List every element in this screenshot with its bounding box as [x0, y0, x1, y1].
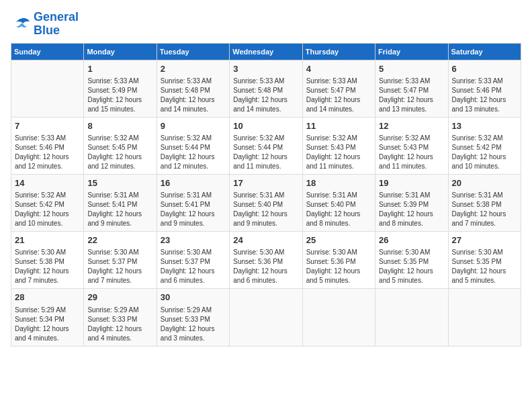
calendar-cell: 16Sunrise: 5:31 AM Sunset: 5:41 PM Dayli… [157, 174, 229, 231]
day-info: Sunrise: 5:30 AM Sunset: 5:35 PM Dayligh… [379, 248, 444, 285]
day-number: 18 [306, 177, 371, 189]
calendar-cell: 22Sunrise: 5:30 AM Sunset: 5:37 PM Dayli… [84, 232, 157, 289]
calendar-cell: 28Sunrise: 5:29 AM Sunset: 5:34 PM Dayli… [11, 289, 84, 346]
day-number: 4 [306, 63, 371, 75]
day-number: 28 [15, 291, 80, 304]
calendar-cell: 25Sunrise: 5:30 AM Sunset: 5:36 PM Dayli… [302, 232, 375, 289]
calendar-cell: 3Sunrise: 5:33 AM Sunset: 5:48 PM Daylig… [230, 60, 302, 117]
day-number: 13 [452, 120, 517, 132]
calendar-cell: 1Sunrise: 5:33 AM Sunset: 5:49 PM Daylig… [84, 60, 157, 117]
day-header-wednesday: Wednesday [230, 43, 302, 60]
calendar-cell: 19Sunrise: 5:31 AM Sunset: 5:39 PM Dayli… [375, 174, 448, 231]
logo-icon [11, 16, 31, 32]
day-number: 23 [161, 234, 226, 246]
calendar-cell: 11Sunrise: 5:32 AM Sunset: 5:43 PM Dayli… [302, 117, 375, 174]
day-number: 17 [233, 177, 298, 189]
calendar-cell: 21Sunrise: 5:30 AM Sunset: 5:38 PM Dayli… [11, 232, 84, 289]
day-number: 5 [379, 63, 444, 75]
day-number: 12 [379, 120, 444, 132]
day-number: 14 [15, 177, 80, 189]
day-header-saturday: Saturday [448, 43, 521, 60]
day-info: Sunrise: 5:31 AM Sunset: 5:40 PM Dayligh… [233, 191, 298, 228]
calendar-cell [11, 60, 84, 117]
day-info: Sunrise: 5:30 AM Sunset: 5:35 PM Dayligh… [452, 248, 517, 285]
day-number: 19 [379, 177, 444, 189]
day-number: 26 [379, 234, 444, 246]
day-number: 25 [306, 234, 371, 246]
day-number: 24 [233, 234, 298, 246]
calendar-cell: 30Sunrise: 5:29 AM Sunset: 5:33 PM Dayli… [157, 289, 229, 346]
day-header-friday: Friday [375, 43, 448, 60]
calendar-cell [302, 289, 375, 346]
calendar-cell: 9Sunrise: 5:32 AM Sunset: 5:44 PM Daylig… [157, 117, 229, 174]
calendar-cell: 18Sunrise: 5:31 AM Sunset: 5:40 PM Dayli… [302, 174, 375, 231]
calendar-cell: 29Sunrise: 5:29 AM Sunset: 5:33 PM Dayli… [84, 289, 157, 346]
day-info: Sunrise: 5:32 AM Sunset: 5:44 PM Dayligh… [233, 134, 298, 171]
calendar-week-2: 7Sunrise: 5:33 AM Sunset: 5:46 PM Daylig… [11, 117, 521, 174]
day-info: Sunrise: 5:32 AM Sunset: 5:42 PM Dayligh… [452, 134, 517, 171]
logo: General Blue [11, 11, 79, 38]
calendar-cell: 10Sunrise: 5:32 AM Sunset: 5:44 PM Dayli… [230, 117, 302, 174]
day-info: Sunrise: 5:31 AM Sunset: 5:40 PM Dayligh… [306, 191, 371, 228]
day-number: 22 [87, 234, 152, 246]
calendar-cell: 13Sunrise: 5:32 AM Sunset: 5:42 PM Dayli… [448, 117, 521, 174]
day-info: Sunrise: 5:30 AM Sunset: 5:37 PM Dayligh… [161, 248, 226, 285]
calendar-table: SundayMondayTuesdayWednesdayThursdayFrid… [11, 43, 521, 347]
day-info: Sunrise: 5:33 AM Sunset: 5:48 PM Dayligh… [233, 77, 298, 114]
day-info: Sunrise: 5:33 AM Sunset: 5:46 PM Dayligh… [15, 134, 80, 171]
day-info: Sunrise: 5:33 AM Sunset: 5:47 PM Dayligh… [379, 77, 444, 114]
day-info: Sunrise: 5:29 AM Sunset: 5:33 PM Dayligh… [161, 306, 226, 343]
day-info: Sunrise: 5:32 AM Sunset: 5:43 PM Dayligh… [306, 134, 371, 171]
calendar-cell: 24Sunrise: 5:30 AM Sunset: 5:36 PM Dayli… [230, 232, 302, 289]
calendar-cell: 15Sunrise: 5:31 AM Sunset: 5:41 PM Dayli… [84, 174, 157, 231]
day-number: 30 [161, 291, 226, 304]
day-number: 2 [161, 63, 226, 75]
day-info: Sunrise: 5:32 AM Sunset: 5:44 PM Dayligh… [161, 134, 226, 171]
calendar-week-1: 1Sunrise: 5:33 AM Sunset: 5:49 PM Daylig… [11, 60, 521, 117]
day-number: 6 [452, 63, 517, 75]
day-header-thursday: Thursday [302, 43, 375, 60]
calendar-cell: 5Sunrise: 5:33 AM Sunset: 5:47 PM Daylig… [375, 60, 448, 117]
calendar-cell: 20Sunrise: 5:31 AM Sunset: 5:38 PM Dayli… [448, 174, 521, 231]
day-info: Sunrise: 5:32 AM Sunset: 5:45 PM Dayligh… [87, 134, 152, 171]
calendar-week-4: 21Sunrise: 5:30 AM Sunset: 5:38 PM Dayli… [11, 232, 521, 289]
day-number: 3 [233, 63, 298, 75]
calendar-cell [448, 289, 521, 346]
calendar-cell: 23Sunrise: 5:30 AM Sunset: 5:37 PM Dayli… [157, 232, 229, 289]
calendar-cell: 12Sunrise: 5:32 AM Sunset: 5:43 PM Dayli… [375, 117, 448, 174]
day-number: 29 [87, 291, 152, 304]
calendar-cell: 27Sunrise: 5:30 AM Sunset: 5:35 PM Dayli… [448, 232, 521, 289]
day-header-tuesday: Tuesday [157, 43, 229, 60]
day-info: Sunrise: 5:33 AM Sunset: 5:47 PM Dayligh… [306, 77, 371, 114]
day-info: Sunrise: 5:32 AM Sunset: 5:43 PM Dayligh… [379, 134, 444, 171]
day-header-monday: Monday [84, 43, 157, 60]
day-number: 15 [87, 177, 152, 189]
day-number: 1 [87, 63, 152, 75]
day-info: Sunrise: 5:30 AM Sunset: 5:36 PM Dayligh… [233, 248, 298, 285]
day-info: Sunrise: 5:29 AM Sunset: 5:33 PM Dayligh… [87, 306, 152, 343]
day-info: Sunrise: 5:31 AM Sunset: 5:39 PM Dayligh… [379, 191, 444, 228]
day-number: 21 [15, 234, 80, 246]
calendar-week-5: 28Sunrise: 5:29 AM Sunset: 5:34 PM Dayli… [11, 289, 521, 346]
calendar-week-3: 14Sunrise: 5:32 AM Sunset: 5:42 PM Dayli… [11, 174, 521, 231]
day-number: 8 [87, 120, 152, 132]
day-number: 20 [452, 177, 517, 189]
day-number: 16 [161, 177, 226, 189]
calendar-cell: 4Sunrise: 5:33 AM Sunset: 5:47 PM Daylig… [302, 60, 375, 117]
logo-text: General Blue [34, 11, 79, 38]
calendar-cell: 8Sunrise: 5:32 AM Sunset: 5:45 PM Daylig… [84, 117, 157, 174]
day-info: Sunrise: 5:31 AM Sunset: 5:41 PM Dayligh… [161, 191, 226, 228]
calendar-cell: 17Sunrise: 5:31 AM Sunset: 5:40 PM Dayli… [230, 174, 302, 231]
day-info: Sunrise: 5:30 AM Sunset: 5:37 PM Dayligh… [87, 248, 152, 285]
day-info: Sunrise: 5:33 AM Sunset: 5:46 PM Dayligh… [452, 77, 517, 114]
calendar-header: SundayMondayTuesdayWednesdayThursdayFrid… [11, 43, 521, 60]
calendar-cell: 26Sunrise: 5:30 AM Sunset: 5:35 PM Dayli… [375, 232, 448, 289]
calendar-cell: 2Sunrise: 5:33 AM Sunset: 5:48 PM Daylig… [157, 60, 229, 117]
calendar-cell: 6Sunrise: 5:33 AM Sunset: 5:46 PM Daylig… [448, 60, 521, 117]
day-info: Sunrise: 5:30 AM Sunset: 5:38 PM Dayligh… [15, 248, 80, 285]
day-number: 7 [15, 120, 80, 132]
day-info: Sunrise: 5:30 AM Sunset: 5:36 PM Dayligh… [306, 248, 371, 285]
day-info: Sunrise: 5:33 AM Sunset: 5:48 PM Dayligh… [161, 77, 226, 114]
page-header: General Blue [11, 11, 521, 38]
day-info: Sunrise: 5:31 AM Sunset: 5:41 PM Dayligh… [87, 191, 152, 228]
